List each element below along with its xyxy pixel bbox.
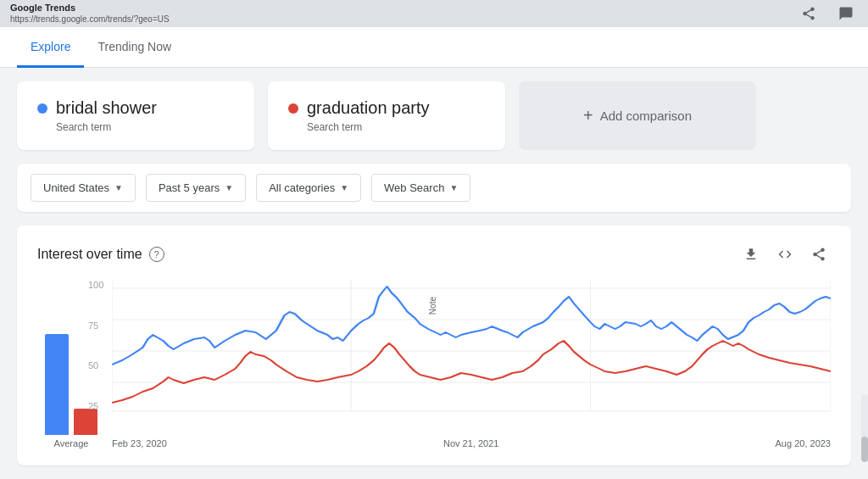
bar-blue bbox=[45, 334, 69, 435]
bridal-shower-name: bridal shower bbox=[56, 98, 157, 118]
chart-title: Interest over time bbox=[37, 247, 142, 262]
browser-info: Google Trends https://trends.google.com/… bbox=[10, 3, 170, 24]
x-axis-labels: Feb 23, 2020 Nov 21, 2021 Aug 20, 2023 bbox=[112, 435, 831, 448]
chevron-down-icon: ▼ bbox=[449, 183, 458, 192]
chart-header: Interest over time ? bbox=[37, 242, 831, 266]
bridal-shower-type: Search term bbox=[56, 121, 234, 133]
help-icon[interactable]: ? bbox=[149, 247, 164, 262]
browser-title: Google Trends bbox=[10, 3, 170, 14]
bar-average-label: Average bbox=[54, 438, 89, 448]
search-terms-row: bridal shower Search term graduation par… bbox=[17, 81, 851, 150]
line-chart-svg bbox=[112, 280, 831, 432]
scrollbar-track bbox=[861, 394, 868, 462]
download-icon[interactable] bbox=[739, 242, 763, 266]
search-term-header: bridal shower bbox=[37, 98, 234, 118]
chart-card: Interest over time ? bbox=[17, 226, 851, 465]
add-comparison-label: Add comparison bbox=[600, 109, 692, 123]
feedback-button[interactable] bbox=[834, 2, 858, 25]
y-axis-labels: 100 75 50 25 bbox=[88, 280, 103, 411]
graduation-party-name: graduation party bbox=[307, 98, 430, 118]
filter-location[interactable]: United States ▼ bbox=[31, 174, 136, 202]
chart-title-group: Interest over time ? bbox=[37, 247, 164, 262]
bridal-shower-dot bbox=[37, 103, 47, 114]
share-chart-icon[interactable] bbox=[807, 242, 831, 266]
page-content: bridal shower Search term graduation par… bbox=[0, 68, 868, 479]
chevron-down-icon: ▼ bbox=[114, 183, 123, 192]
tab-trending-now[interactable]: Trending Now bbox=[84, 28, 185, 68]
note-label: Note bbox=[428, 297, 437, 315]
filter-search-type[interactable]: Web Search ▼ bbox=[371, 174, 470, 202]
filter-time[interactable]: Past 5 years ▼ bbox=[146, 174, 246, 202]
search-term-card-graduation-party[interactable]: graduation party Search term bbox=[268, 81, 505, 150]
search-term-header-2: graduation party bbox=[288, 98, 485, 118]
embed-icon[interactable] bbox=[773, 242, 797, 266]
chart-area: Average 100 75 50 25 Note bbox=[37, 280, 831, 448]
browser-bar: Google Trends https://trends.google.com/… bbox=[0, 0, 868, 27]
tab-explore[interactable]: Explore bbox=[17, 28, 84, 68]
line-chart-section: 100 75 50 25 Note bbox=[112, 280, 831, 448]
chevron-down-icon: ▼ bbox=[225, 183, 233, 192]
share-button[interactable] bbox=[797, 2, 821, 25]
search-term-card-bridal-shower[interactable]: bridal shower Search term bbox=[17, 81, 254, 150]
chevron-down-icon: ▼ bbox=[340, 183, 348, 192]
nav-tabs: Explore Trending Now bbox=[0, 27, 868, 68]
add-comparison-icon: + bbox=[583, 106, 593, 125]
browser-url: https://trends.google.com/trends/?geo=US bbox=[10, 14, 170, 25]
scrollbar-thumb[interactable] bbox=[861, 437, 868, 462]
graduation-party-type: Search term bbox=[307, 121, 485, 133]
add-comparison-card[interactable]: + Add comparison bbox=[519, 81, 756, 150]
chart-actions bbox=[739, 242, 831, 266]
filter-category[interactable]: All categories ▼ bbox=[256, 174, 361, 202]
top-actions bbox=[797, 2, 858, 25]
filter-row: United States ▼ Past 5 years ▼ All categ… bbox=[17, 164, 851, 212]
graduation-party-dot bbox=[288, 103, 298, 114]
page-wrapper: Google Trends https://trends.google.com/… bbox=[0, 0, 868, 479]
bar-red bbox=[74, 409, 97, 435]
